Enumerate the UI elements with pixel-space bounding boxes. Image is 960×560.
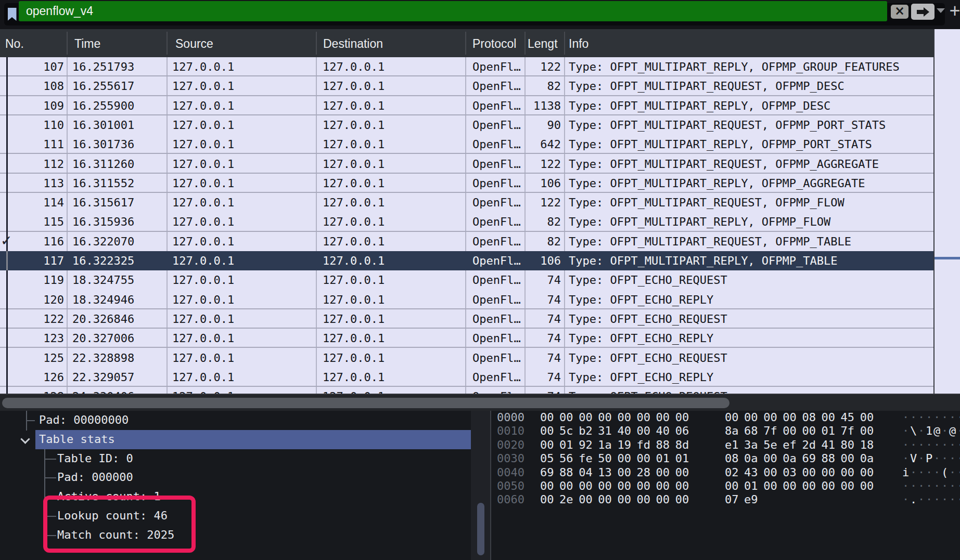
column-header-destination[interactable]: Destination [323,29,465,57]
filter-apply-button[interactable] [911,4,935,20]
column-header-protocol[interactable]: Protocol [472,29,524,57]
packet-row-109[interactable]: 10916.255900127.0.0.1127.0.0.1OpenFl…113… [0,96,933,115]
packet-row-113[interactable]: 11316.311552127.0.0.1127.0.0.1OpenFl…106… [0,174,933,193]
column-resize-handle[interactable] [67,32,68,55]
hex-offset: 0060 [497,493,528,506]
packet-list-header: No.TimeSourceDestinationProtocolLengtInf… [0,29,933,57]
detail-scrollbar-thumb[interactable] [477,503,484,555]
hex-offset: 0050 [497,479,528,493]
detail-item-table-stats[interactable]: Table stats [35,430,471,449]
column-header-lengt[interactable]: Lengt [528,29,564,57]
close-icon: × [894,4,905,18]
bookmark-icon [8,8,17,21]
packet-row-117[interactable]: 11716.322325127.0.0.1127.0.0.1OpenFl…106… [0,251,933,270]
filter-expression-dropdown[interactable] [937,8,946,16]
pane-divider[interactable] [490,411,491,560]
filter-toolbar: openflow_v4 × + [0,0,960,29]
column-resize-handle[interactable] [167,32,168,55]
hex-offset: 0000 [497,411,528,424]
apply-arrow-icon [917,10,924,14]
conversation-line [6,57,8,394]
filter-clear-button[interactable]: × [891,5,908,19]
filter-bookmark-button[interactable] [4,3,20,25]
annotation-box [43,496,196,553]
column-resize-handle[interactable] [564,32,565,55]
hex-offset: 0030 [497,452,528,465]
hex-row-0000[interactable]: 000000000000000000000000000008004500····… [492,411,960,424]
packet-row-119[interactable]: 11918.324755127.0.0.1127.0.0.1OpenFl…74T… [0,270,933,290]
hex-row-0020[interactable]: 00200001921a19fd888de13a5eef2d418018····… [492,438,960,452]
packet-row-128[interactable]: 12824.330406127.0.0.1127.0.0.1OpenFl…74T… [0,387,933,394]
hex-dump-pane: 000000000000000000000000000008004500····… [492,411,960,560]
hex-offset: 0010 [497,424,528,438]
chevron-down-icon [937,8,945,17]
packet-row-116[interactable]: 11616.322070127.0.0.1127.0.0.1OpenFl…82T… [0,232,933,251]
column-resize-handle[interactable] [465,32,466,55]
packet-row-123[interactable]: 12320.327006127.0.0.1127.0.0.1OpenFl…74T… [0,329,933,348]
column-header-source[interactable]: Source [175,29,316,57]
packet-row-120[interactable]: 12018.324946127.0.0.1127.0.0.1OpenFl…74T… [0,290,933,309]
packet-row-122[interactable]: 12220.326846127.0.0.1127.0.0.1OpenFl…74T… [0,309,933,329]
packet-list-scrollbar[interactable] [935,29,960,394]
horizontal-scrollbar[interactable] [0,394,960,411]
hex-offset: 0040 [497,466,528,479]
horizontal-scrollbar-thumb[interactable] [2,398,729,408]
packet-row-111[interactable]: 11116.301736127.0.0.1127.0.0.1OpenFl…642… [0,135,933,154]
hex-row-0060[interactable]: 0060002e00000000000007e9·.········ [492,493,960,506]
packet-row-126[interactable]: 12622.329057127.0.0.1127.0.0.1OpenFl…74T… [0,368,933,387]
detail-item-pad[interactable]: Pad: 000000 [0,468,471,487]
detail-item-pad[interactable]: Pad: 00000000 [0,411,471,430]
chevron-expanded-icon[interactable] [20,434,30,444]
packet-row-107[interactable]: 10716.251793127.0.0.1127.0.0.1OpenFl…122… [0,57,933,76]
display-filter-value: openflow_v4 [26,4,93,18]
hex-row-0050[interactable]: 005000000000000000000001000000000000····… [492,479,960,493]
packet-row-125[interactable]: 12522.328898127.0.0.1127.0.0.1OpenFl…74T… [0,348,933,368]
hex-row-0040[interactable]: 004069880413002800000243000300000000i···… [492,466,960,479]
column-resize-handle[interactable] [524,32,526,55]
hex-offset: 0020 [497,438,528,452]
check-icon: ✓ [1,232,12,249]
packet-row-112[interactable]: 11216.311260127.0.0.1127.0.0.1OpenFl…122… [0,154,933,174]
detail-item-table-id[interactable]: Table ID: 0 [0,449,471,468]
column-resize-handle[interactable] [316,32,317,55]
packet-row-114[interactable]: 11416.315617127.0.0.1127.0.0.1OpenFl…122… [0,193,933,212]
packet-list: ✓ 10716.251793127.0.0.1127.0.0.1OpenFl…1… [0,57,933,394]
scrollbar-selection-marker [935,257,960,259]
add-filter-button[interactable]: + [949,1,960,22]
column-header-info[interactable]: Info [569,29,928,57]
column-header-time[interactable]: Time [74,29,167,57]
packet-row-110[interactable]: 11016.301001127.0.0.1127.0.0.1OpenFl…90T… [0,115,933,135]
hex-row-0030[interactable]: 00300556fe5000000101080a000a6988000a·V·P… [492,452,960,465]
hex-row-0010[interactable]: 0010005cb231400040068a687f0000017f00·\·1… [492,424,960,438]
column-header-no[interactable]: No. [5,29,67,57]
packet-row-108[interactable]: 10816.255617127.0.0.1127.0.0.1OpenFl…82T… [0,76,933,96]
packet-row-115[interactable]: 11516.315936127.0.0.1127.0.0.1OpenFl…82T… [0,212,933,231]
display-filter-input[interactable]: openflow_v4 [19,1,887,21]
